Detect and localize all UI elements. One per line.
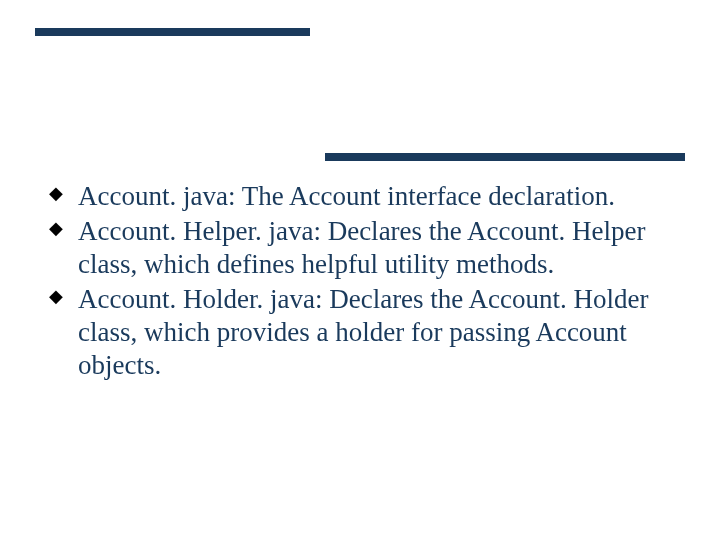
diamond-bullet-icon: ◆ — [48, 289, 64, 305]
diamond-bullet-icon: ◆ — [48, 186, 64, 202]
decorative-bar-mid-right — [325, 153, 685, 161]
list-item-text: Account. java: The Account interface dec… — [78, 181, 615, 211]
diamond-bullet-icon: ◆ — [48, 221, 64, 237]
list-item-text: Account. Helper. java: Declares the Acco… — [78, 216, 646, 279]
list-item: ◆ Account. Helper. java: Declares the Ac… — [48, 215, 672, 281]
list-item: ◆ Account. java: The Account interface d… — [48, 180, 672, 213]
decorative-bar-top-left — [35, 28, 310, 36]
list-item: ◆ Account. Holder. java: Declares the Ac… — [48, 283, 672, 382]
bullet-list: ◆ Account. java: The Account interface d… — [48, 180, 672, 384]
list-item-text: Account. Holder. java: Declares the Acco… — [78, 284, 649, 380]
